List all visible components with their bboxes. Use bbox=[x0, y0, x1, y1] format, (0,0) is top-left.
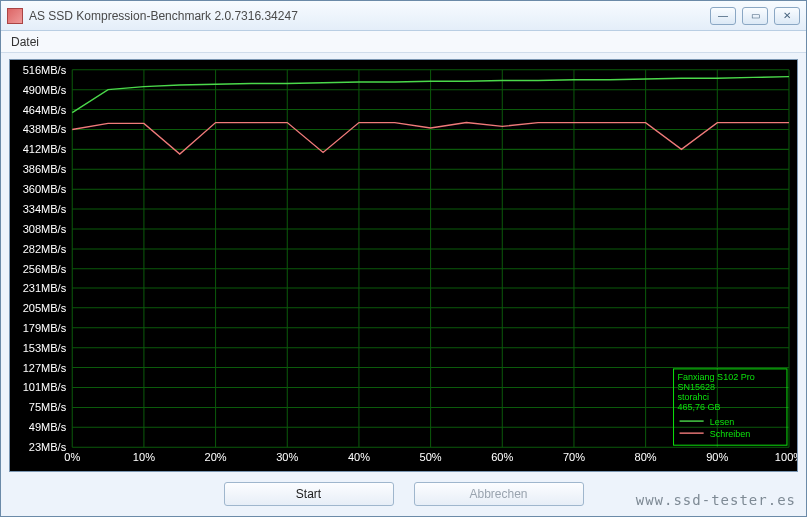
svg-text:23MB/s: 23MB/s bbox=[29, 441, 67, 453]
watermark: www.ssd-tester.es bbox=[636, 492, 796, 508]
svg-text:SN15628: SN15628 bbox=[678, 382, 716, 392]
svg-text:334MB/s: 334MB/s bbox=[23, 203, 67, 215]
window-controls: — ▭ ✕ bbox=[710, 7, 800, 25]
svg-text:20%: 20% bbox=[205, 451, 227, 463]
svg-text:75MB/s: 75MB/s bbox=[29, 401, 67, 413]
svg-text:490MB/s: 490MB/s bbox=[23, 84, 67, 96]
svg-text:412MB/s: 412MB/s bbox=[23, 143, 67, 155]
app-icon bbox=[7, 8, 23, 24]
svg-text:60%: 60% bbox=[491, 451, 513, 463]
svg-text:50%: 50% bbox=[420, 451, 442, 463]
svg-text:231MB/s: 231MB/s bbox=[23, 282, 67, 294]
minimize-button[interactable]: — bbox=[710, 7, 736, 25]
svg-text:storahci: storahci bbox=[678, 392, 710, 402]
svg-text:101MB/s: 101MB/s bbox=[23, 381, 67, 393]
maximize-button[interactable]: ▭ bbox=[742, 7, 768, 25]
abort-button: Abbrechen bbox=[414, 482, 584, 506]
svg-text:438MB/s: 438MB/s bbox=[23, 123, 67, 135]
window-title: AS SSD Kompression-Benchmark 2.0.7316.34… bbox=[29, 9, 710, 23]
svg-text:30%: 30% bbox=[276, 451, 298, 463]
svg-text:90%: 90% bbox=[706, 451, 728, 463]
menu-file[interactable]: Datei bbox=[11, 35, 39, 49]
start-button[interactable]: Start bbox=[224, 482, 394, 506]
svg-text:464MB/s: 464MB/s bbox=[23, 104, 67, 116]
svg-text:40%: 40% bbox=[348, 451, 370, 463]
svg-text:10%: 10% bbox=[133, 451, 155, 463]
svg-text:127MB/s: 127MB/s bbox=[23, 362, 67, 374]
svg-text:49MB/s: 49MB/s bbox=[29, 421, 67, 433]
svg-text:Fanxiang S102 Pro: Fanxiang S102 Pro bbox=[678, 372, 755, 382]
svg-text:Schreiben: Schreiben bbox=[710, 429, 751, 439]
app-window: AS SSD Kompression-Benchmark 2.0.7316.34… bbox=[0, 0, 807, 517]
svg-text:308MB/s: 308MB/s bbox=[23, 223, 67, 235]
svg-text:153MB/s: 153MB/s bbox=[23, 342, 67, 354]
svg-text:80%: 80% bbox=[635, 451, 657, 463]
menubar: Datei bbox=[1, 31, 806, 53]
svg-text:282MB/s: 282MB/s bbox=[23, 243, 67, 255]
svg-text:386MB/s: 386MB/s bbox=[23, 163, 67, 175]
chart-svg: 516MB/s490MB/s464MB/s438MB/s412MB/s386MB… bbox=[10, 60, 797, 471]
svg-text:360MB/s: 360MB/s bbox=[23, 183, 67, 195]
svg-text:465,76 GB: 465,76 GB bbox=[678, 402, 721, 412]
titlebar: AS SSD Kompression-Benchmark 2.0.7316.34… bbox=[1, 1, 806, 31]
svg-text:179MB/s: 179MB/s bbox=[23, 322, 67, 334]
svg-text:70%: 70% bbox=[563, 451, 585, 463]
svg-text:516MB/s: 516MB/s bbox=[23, 64, 67, 76]
svg-text:0%: 0% bbox=[64, 451, 80, 463]
client-area: 516MB/s490MB/s464MB/s438MB/s412MB/s386MB… bbox=[1, 53, 806, 516]
svg-text:256MB/s: 256MB/s bbox=[23, 263, 67, 275]
svg-text:Lesen: Lesen bbox=[710, 417, 735, 427]
svg-text:100%: 100% bbox=[775, 451, 797, 463]
close-button[interactable]: ✕ bbox=[774, 7, 800, 25]
svg-text:205MB/s: 205MB/s bbox=[23, 302, 67, 314]
chart-area: 516MB/s490MB/s464MB/s438MB/s412MB/s386MB… bbox=[9, 59, 798, 472]
